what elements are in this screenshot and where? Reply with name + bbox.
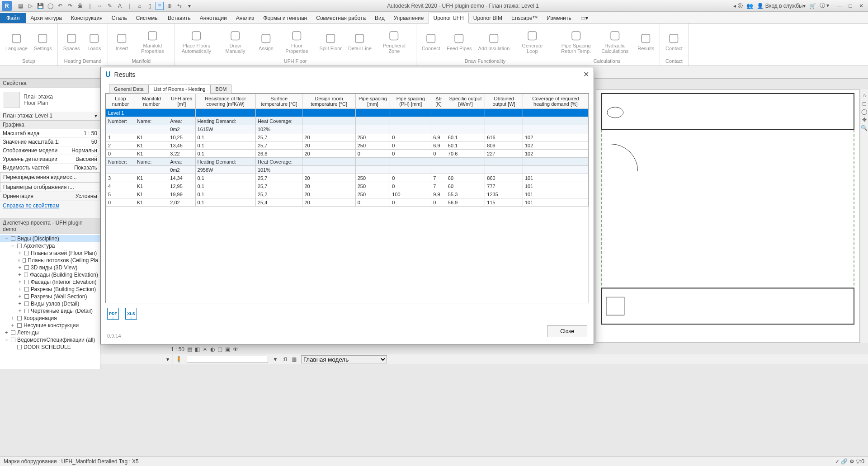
tab-uponor-bim[interactable]: Uponor BIM	[469, 13, 507, 23]
workset-icon[interactable]: ▥	[292, 356, 297, 362]
qat-switch-icon[interactable]: ⇆	[175, 2, 184, 10]
tab-list-rooms-heating[interactable]: List of Rooms - Heating	[148, 85, 210, 94]
tree-item[interactable]: −Архитектура	[0, 242, 100, 249]
table-row[interactable]: 2K113,460,125,72025006,960,1809102	[106, 141, 589, 150]
table-row[interactable]: Level 1	[106, 109, 589, 117]
qat-section-icon[interactable]: ▯	[146, 2, 154, 10]
view-control-bar[interactable]: 1 : 50 ▦ ◧ ☀ ◐ ▢ ▣ 👁	[171, 344, 238, 354]
property-row[interactable]: Уровень детализацииВысокий	[0, 155, 100, 164]
tree-item[interactable]: DOOR SCHEDULE	[0, 344, 100, 351]
property-row[interactable]: Значение масштаба 1:50	[0, 138, 100, 146]
dialog-close-icon[interactable]: ✕	[583, 70, 589, 79]
tab-insert[interactable]: Вставить	[163, 13, 195, 23]
table-row[interactable]: 4K112,950,125,7202500760777101	[106, 182, 589, 190]
scale-display[interactable]: 1 : 50	[171, 346, 184, 353]
tab-file[interactable]: Файл	[0, 13, 26, 23]
type-dropdown-icon[interactable]: ▾	[166, 356, 169, 362]
close-window-icon[interactable]: ✕	[856, 2, 866, 10]
tab-steel[interactable]: Сталь	[107, 13, 132, 23]
ribbon-detail-line[interactable]: ▢Detail Line	[345, 29, 374, 52]
status-icons[interactable]: ✓ 🔗 ⚙ ▽:0	[835, 458, 864, 465]
column-header[interactable]: Specific output [W/m²]	[446, 94, 485, 109]
minimize-icon[interactable]: —	[835, 2, 844, 10]
nav-home-icon[interactable]: ⌂	[863, 92, 866, 99]
sun-path-icon[interactable]: ☀	[203, 346, 208, 353]
tree-item[interactable]: −Виды (Discipline)	[0, 235, 100, 242]
tab-uponor-ufh[interactable]: Uponor UFH	[429, 13, 469, 24]
qat-print-icon[interactable]: 🖶	[76, 2, 84, 10]
ribbon-connect[interactable]: ▢Connect	[419, 29, 443, 52]
type-selector[interactable]: План этажа Floor Plan	[0, 88, 100, 112]
ribbon-place-floors-automatically[interactable]: ▢Place Floors Automatically	[177, 27, 215, 55]
tab-extra-icon[interactable]: ▭▾	[576, 13, 593, 23]
visual-style-icon[interactable]: ◧	[195, 346, 200, 353]
property-row[interactable]: Видимость частейПоказать	[0, 164, 100, 172]
property-row[interactable]: Масштаб вида1 : 50	[0, 129, 100, 138]
table-row[interactable]: 0K13,220,126,62000070,6227102	[106, 150, 589, 158]
table-row[interactable]: 1K110,250,125,72025006,960,1616102	[106, 133, 589, 141]
nav-zoom-icon[interactable]: 🔍	[861, 125, 868, 131]
close-button[interactable]: Close	[547, 325, 587, 337]
tree-item[interactable]: +Фасады (Interior Elevation)	[0, 278, 100, 286]
column-header[interactable]: Resistance of floor covering [m²K/W]	[195, 94, 255, 109]
column-header[interactable]: Pipe spacing (PH) [mm]	[390, 94, 431, 109]
crop-icon[interactable]: ▢	[217, 346, 222, 353]
ribbon-draw-manually[interactable]: ▢Draw Manually	[216, 27, 254, 55]
tab-analyze[interactable]: Анализ	[231, 13, 259, 23]
table-row[interactable]: Number:Name:Area:Heating Demand:Heat Cov…	[106, 117, 589, 125]
table-row[interactable]: Number:Name:Area:Heating Demand:Heat Cov…	[106, 158, 589, 166]
navigation-bar[interactable]: ⌂ ◻ ◯ ✥ 🔍	[860, 89, 868, 343]
column-header[interactable]: UFH area [m²]	[168, 94, 195, 109]
ribbon-language[interactable]: ▢Language	[3, 29, 30, 52]
qat-measure-icon[interactable]: ↔	[96, 2, 104, 10]
ribbon-peripheral-zone[interactable]: ▢Peripheral Zone	[375, 27, 413, 55]
ribbon-assign[interactable]: ▢Assign	[255, 29, 277, 52]
tree-item[interactable]: +Легенды	[0, 329, 100, 336]
column-header[interactable]: Surface temperature [°C]	[255, 94, 302, 109]
qat-close-icon[interactable]: ⊗	[165, 2, 174, 10]
qat-3d-icon[interactable]: ⌂	[136, 2, 144, 10]
ribbon-pipe-spacing-return-temp-[interactable]: ▢Pipe Spacing Return Temp.	[557, 27, 595, 55]
tree-item[interactable]: −Ведомости/Спецификации (all)	[0, 336, 100, 344]
column-header[interactable]: Pipe spacing [mm]	[355, 94, 390, 109]
ribbon-split-floor[interactable]: ▢Split Floor	[316, 29, 344, 52]
qat-open-icon[interactable]: ▷	[26, 2, 34, 10]
tab-enscape[interactable]: Enscape™	[507, 13, 542, 23]
drawing-canvas[interactable]	[596, 89, 860, 343]
filter-icon[interactable]: ▼	[273, 356, 278, 362]
user-icon[interactable]: 👥	[746, 3, 753, 9]
property-row[interactable]: Отображение моделиНормальн	[0, 146, 100, 155]
column-header[interactable]: Loop number	[106, 94, 135, 109]
tab-massing[interactable]: Формы и генплан	[259, 13, 311, 23]
export-pdf-button[interactable]: PDF	[107, 308, 119, 320]
person-icon[interactable]: 🧍	[175, 356, 182, 362]
options-input[interactable]	[187, 356, 268, 363]
tree-item[interactable]: +3D виды (3D View)	[0, 264, 100, 271]
column-header[interactable]: Design room temperature [°C]	[302, 94, 355, 109]
tab-general-data[interactable]: General Data	[109, 85, 148, 94]
shadows-icon[interactable]: ◐	[210, 346, 215, 353]
export-xls-button[interactable]: XLS	[125, 308, 137, 320]
main-model-select[interactable]: Главная модель	[301, 355, 387, 363]
nav-pan-icon[interactable]: ✥	[862, 117, 867, 123]
ribbon-loads[interactable]: ▢Loads	[83, 29, 105, 52]
help-icon[interactable]: ⓘ ▾	[820, 2, 829, 9]
table-row[interactable]: 0m22958W101%	[106, 166, 589, 174]
ribbon-generate-loop[interactable]: ▢Generate Loop	[513, 27, 551, 55]
tree-item[interactable]: +Чертежные виды (Detail)	[0, 307, 100, 315]
tab-view[interactable]: Вид	[370, 13, 389, 23]
search-icon[interactable]: ◂ 🛈	[733, 3, 743, 9]
tab-manage[interactable]: Управление	[389, 13, 429, 23]
qat-icon[interactable]: ▤	[16, 2, 24, 10]
qat-thin-icon[interactable]: ≡	[156, 2, 164, 10]
tree-item[interactable]: +Фасады (Building Elevation)	[0, 271, 100, 278]
tree-item[interactable]: +Несущие конструкции	[0, 322, 100, 329]
detail-level-icon[interactable]: ▦	[187, 346, 192, 353]
ribbon-contact[interactable]: ▢Contact	[663, 29, 685, 52]
column-header[interactable]: Δθ [K]	[431, 94, 446, 109]
graphic-display-button[interactable]: Параметры отображения г...	[0, 182, 100, 192]
tab-bom[interactable]: BOM	[210, 85, 231, 94]
column-header[interactable]: Coverage of required heating demand [%]	[523, 94, 588, 109]
qat-sync-icon[interactable]: ◯	[46, 2, 54, 10]
column-header[interactable]: Obtained output [W]	[485, 94, 523, 109]
